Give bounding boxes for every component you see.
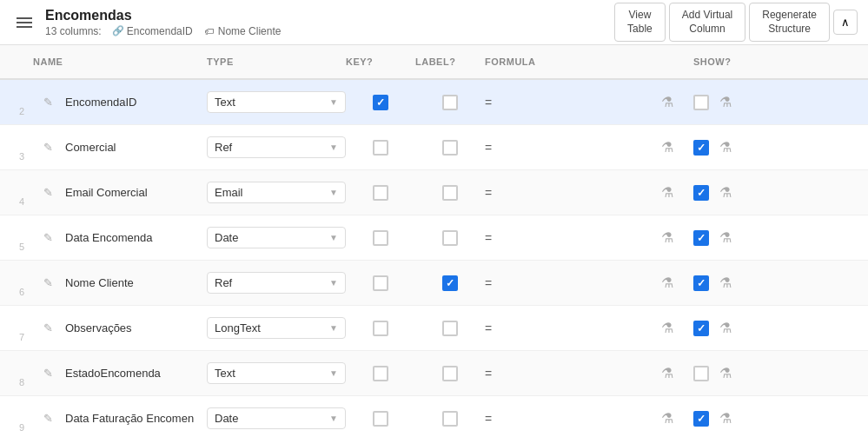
chevron-down-icon: ▼ [329,323,338,333]
type-select[interactable]: Ref ▼ [207,136,346,158]
show-checkbox[interactable] [693,95,709,110]
table-row: 7 ✎ Observações LongText ▼ = ⚗ ⚗ [0,306,868,351]
view-table-button[interactable]: View Table [614,3,666,42]
key-checkbox[interactable] [373,230,388,246]
label-checkbox[interactable] [442,95,458,110]
type-value: Date [215,412,238,425]
flask-icon[interactable]: ⚗ [658,93,677,112]
type-value: Text [215,96,235,109]
show-checkbox[interactable] [693,411,709,427]
label-checkbox[interactable] [442,275,458,291]
flask-icon-show[interactable]: ⚗ [716,364,735,383]
formula-cell: = [485,141,641,155]
type-select[interactable]: Ref ▼ [207,272,346,294]
cell-name: Data Faturação Encomen [58,412,194,425]
show-checkbox[interactable] [693,321,709,336]
row-number: 3 [7,151,24,162]
type-select[interactable]: Email ▼ [207,182,346,203]
key-checkbox[interactable] [373,321,388,336]
flask-icon[interactable]: ⚗ [658,319,677,338]
type-select[interactable]: Text ▼ [207,362,346,384]
tag1-text: EncomendaID [127,25,193,37]
key-checkbox[interactable] [373,140,388,156]
flask-icon-show[interactable]: ⚗ [716,409,735,428]
chevron-down-icon: ▼ [329,278,338,288]
flask-icon[interactable]: ⚗ [658,183,677,202]
chevron-down-icon: ▼ [329,233,338,242]
edit-icon[interactable]: ✎ [43,96,53,109]
show-checkbox[interactable] [693,230,709,246]
regenerate-structure-button[interactable]: Regenerate Structure [749,3,830,42]
row-number: 5 [7,242,24,252]
col-header-type: TYPE [207,56,346,67]
flask-icon[interactable]: ⚗ [658,228,677,248]
menu-icon[interactable] [10,9,38,36]
cell-name: EstadoEncomenda [58,367,161,380]
edit-icon[interactable]: ✎ [43,186,53,199]
flask-icon[interactable]: ⚗ [658,364,677,383]
label-checkbox[interactable] [442,321,458,336]
row-number: 7 [7,332,24,342]
key-checkbox[interactable] [373,366,388,381]
tag2: 🏷 Nome Cliente [203,25,282,37]
type-value: Email [215,186,243,199]
type-select[interactable]: LongText ▼ [207,317,346,339]
col-header-label: LABEL? [415,56,485,67]
edit-icon[interactable]: ✎ [43,321,53,334]
flask-icon-show[interactable]: ⚗ [716,183,735,202]
key-checkbox[interactable] [373,185,388,201]
add-virtual-column-button[interactable]: Add Virtual Column [669,3,745,42]
chevron-button[interactable]: ∧ [833,10,858,35]
key-checkbox[interactable] [373,411,388,427]
table-row: 4 ✎ Email Comercial Email ▼ = ⚗ ⚗ [0,170,868,215]
type-select[interactable]: Date ▼ [207,227,346,248]
chevron-down-icon: ▼ [329,142,338,152]
label-checkbox[interactable] [442,185,458,201]
table-row: 6 ✎ Nome Cliente Ref ▼ = ⚗ ⚗ [0,261,868,306]
row-number: 6 [7,287,24,297]
col-header-show: SHOW? [693,56,780,67]
title-area: Encomendas 13 columns: 🔗 EncomendaID 🏷 N… [45,8,614,37]
label-checkbox[interactable] [442,411,458,427]
formula-cell: = [485,367,641,381]
flask-icon-show[interactable]: ⚗ [716,228,735,248]
formula-cell: = [485,231,641,245]
type-value: Ref [215,276,232,289]
type-select[interactable]: Text ▼ [207,91,346,113]
flask-icon-show[interactable]: ⚗ [716,138,735,157]
flask-icon[interactable]: ⚗ [658,409,677,428]
label-checkbox[interactable] [442,140,458,156]
key-checkbox[interactable] [373,275,388,291]
show-checkbox[interactable] [693,275,709,291]
edit-icon[interactable]: ✎ [43,276,53,289]
edit-icon[interactable]: ✎ [43,412,53,425]
flask-icon[interactable]: ⚗ [658,138,677,157]
show-checkbox[interactable] [693,140,709,156]
cell-name: EncomendaID [58,96,136,109]
flask-icon-show[interactable]: ⚗ [716,274,735,293]
chevron-down-icon: ▼ [329,97,338,107]
type-select[interactable]: Date ▼ [207,407,346,429]
cell-name: Nome Cliente [58,276,134,289]
flask-icon-show[interactable]: ⚗ [716,93,735,112]
flask-icon[interactable]: ⚗ [658,274,677,293]
table-body: 2 ✎ EncomendaID Text ▼ = ⚗ ⚗ 3 [0,80,868,437]
show-checkbox[interactable] [693,185,709,201]
edit-icon[interactable]: ✎ [43,231,53,244]
label-checkbox[interactable] [442,366,458,381]
edit-icon[interactable]: ✎ [43,141,53,154]
cell-name: Email Comercial [58,186,148,199]
table-row: 5 ✎ Data Encomenda Date ▼ = ⚗ ⚗ [0,215,868,261]
table-row: 2 ✎ EncomendaID Text ▼ = ⚗ ⚗ [0,80,868,125]
page-title: Encomendas [45,8,614,23]
label-checkbox[interactable] [442,230,458,246]
table-row: 3 ✎ Comercial Ref ▼ = ⚗ ⚗ [0,125,868,170]
key-checkbox[interactable] [373,95,388,110]
col-header-name: NAME [33,56,207,67]
formula-cell: = [485,276,641,290]
tag1-icon: 🔗 [112,25,124,37]
type-value: LongText [215,321,261,334]
show-checkbox[interactable] [693,366,709,381]
flask-icon-show[interactable]: ⚗ [716,319,735,338]
edit-icon[interactable]: ✎ [43,367,53,380]
